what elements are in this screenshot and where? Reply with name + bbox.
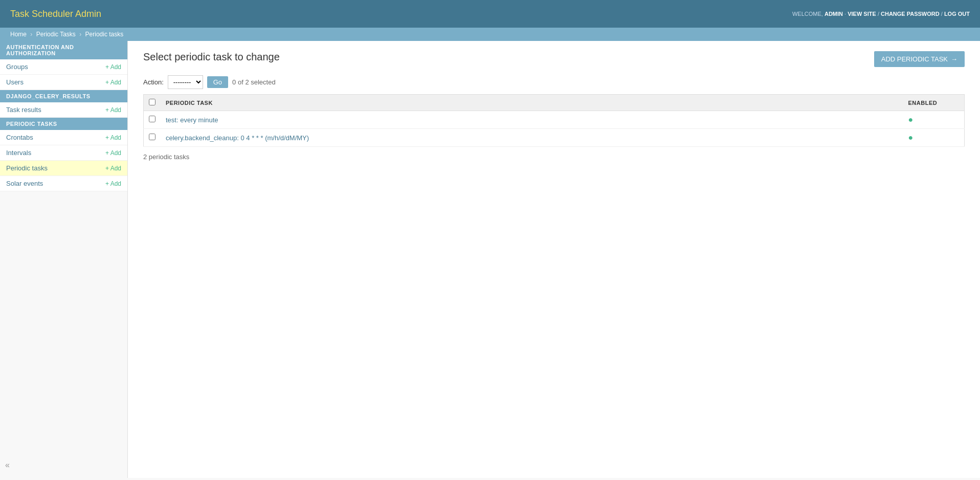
- sidebar-groups-add[interactable]: Add: [105, 63, 121, 71]
- sidebar-users-link[interactable]: Users: [6, 78, 24, 86]
- breadcrumb: Home › Periodic Tasks › Periodic tasks: [0, 28, 980, 41]
- sidebar-item-users: Users Add: [0, 75, 127, 90]
- task-enabled-cell-1: ●: [903, 111, 965, 129]
- sidebar-periodic-tasks-add[interactable]: Add: [105, 165, 121, 172]
- periodic-tasks-table: PERIODIC TASK ENABLED test: every minute…: [143, 94, 965, 147]
- breadcrumb-periodic-tasks[interactable]: Periodic Tasks: [36, 31, 76, 38]
- main-container: AUTHENTICATION AND AUTHORIZATION Groups …: [0, 41, 980, 478]
- log-out-link[interactable]: LOG OUT: [944, 11, 970, 17]
- sidebar-section-celery-results: DJANGO_CELERY_RESULTS: [0, 90, 127, 102]
- sidebar-users-add[interactable]: Add: [105, 79, 121, 86]
- breadcrumb-current: Periodic tasks: [85, 31, 124, 38]
- sidebar-periodic-tasks-link[interactable]: Periodic tasks: [6, 164, 48, 172]
- add-periodic-task-button[interactable]: ADD PERIODIC TASK →: [874, 51, 965, 67]
- enabled-icon-2: ●: [908, 133, 914, 142]
- content-header: Select periodic task to change ADD PERIO…: [143, 51, 965, 67]
- sidebar: AUTHENTICATION AND AUTHORIZATION Groups …: [0, 41, 128, 478]
- welcome-text: WELCOME,: [792, 11, 823, 17]
- task-link-1[interactable]: test: every minute: [166, 116, 218, 124]
- row-checkbox-cell: [144, 111, 161, 129]
- sidebar-task-results-add[interactable]: Add: [105, 106, 121, 114]
- col-periodic-task-header: PERIODIC TASK: [161, 95, 903, 111]
- enabled-icon-1: ●: [908, 115, 914, 124]
- sidebar-item-solar-events: Solar events Add: [0, 176, 127, 191]
- sidebar-solar-events-add[interactable]: Add: [105, 180, 121, 187]
- sidebar-section-auth: AUTHENTICATION AND AUTHORIZATION: [0, 41, 127, 59]
- action-select[interactable]: --------: [168, 75, 203, 89]
- table-header: PERIODIC TASK ENABLED: [144, 95, 965, 111]
- row-checkbox-cell: [144, 129, 161, 147]
- header: Task Scheduler Admin WELCOME, ADMIN · VI…: [0, 0, 980, 28]
- action-label: Action:: [143, 78, 164, 86]
- sidebar-item-crontabs: Crontabs Add: [0, 130, 127, 145]
- main-content: Select periodic task to change ADD PERIO…: [128, 41, 980, 478]
- sidebar-section-periodic-tasks: PERIODIC TASKS: [0, 118, 127, 130]
- page-title: Select periodic task to change: [143, 51, 280, 63]
- table-body: test: every minute ● celery.backend_clea…: [144, 111, 965, 147]
- site-title: Task Scheduler Admin: [10, 9, 101, 19]
- col-enabled-header: ENABLED: [903, 95, 965, 111]
- row-count: 2 periodic tasks: [143, 153, 965, 161]
- username: ADMIN: [825, 11, 843, 17]
- table-row: celery.backend_cleanup: 0 4 * * * (m/h/d…: [144, 129, 965, 147]
- sidebar-item-groups: Groups Add: [0, 59, 127, 75]
- sidebar-intervals-add[interactable]: Add: [105, 149, 121, 157]
- sidebar-task-results-link[interactable]: Task results: [6, 106, 41, 114]
- sidebar-item-periodic-tasks: Periodic tasks Add: [0, 161, 127, 176]
- task-link-2[interactable]: celery.backend_cleanup: 0 4 * * * (m/h/d…: [166, 134, 309, 142]
- sidebar-groups-link[interactable]: Groups: [6, 63, 28, 71]
- go-button[interactable]: Go: [207, 76, 228, 88]
- sidebar-solar-events-link[interactable]: Solar events: [6, 180, 43, 187]
- user-info: WELCOME, ADMIN · VIEW SITE / CHANGE PASS…: [792, 11, 970, 17]
- add-button-icon: →: [951, 55, 957, 63]
- row-checkbox-2[interactable]: [149, 134, 155, 140]
- sidebar-item-task-results: Task results Add: [0, 102, 127, 118]
- sidebar-intervals-link[interactable]: Intervals: [6, 149, 31, 157]
- action-bar: Action: -------- Go 0 of 2 selected: [143, 75, 965, 89]
- col-select-all: [144, 95, 161, 111]
- sidebar-crontabs-link[interactable]: Crontabs: [6, 134, 33, 141]
- table-row: test: every minute ●: [144, 111, 965, 129]
- selection-info: 0 of 2 selected: [232, 78, 276, 86]
- task-name-cell-2: celery.backend_cleanup: 0 4 * * * (m/h/d…: [161, 129, 903, 147]
- sidebar-item-intervals: Intervals Add: [0, 145, 127, 161]
- sidebar-crontabs-add[interactable]: Add: [105, 134, 121, 141]
- task-enabled-cell-2: ●: [903, 129, 965, 147]
- select-all-checkbox[interactable]: [149, 99, 155, 105]
- add-button-label: ADD PERIODIC TASK: [881, 55, 948, 63]
- task-name-cell-1: test: every minute: [161, 111, 903, 129]
- sidebar-collapse-button[interactable]: «: [0, 457, 127, 473]
- row-checkbox-1[interactable]: [149, 116, 155, 122]
- change-password-link[interactable]: CHANGE PASSWORD: [881, 11, 940, 17]
- breadcrumb-home[interactable]: Home: [10, 31, 27, 38]
- view-site-link[interactable]: VIEW SITE: [848, 11, 876, 17]
